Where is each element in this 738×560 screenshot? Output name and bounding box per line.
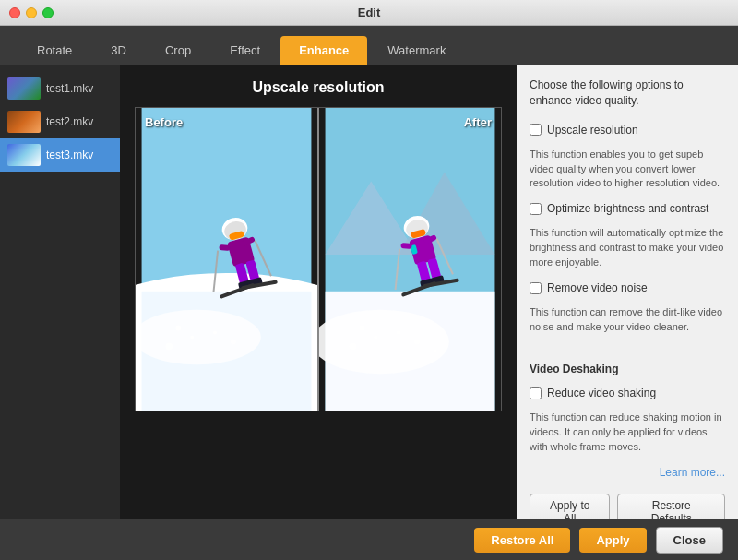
upscale-option: Upscale resolution — [530, 124, 725, 137]
upscale-checkbox[interactable] — [530, 124, 542, 136]
bottom-bar: Restore All Apply Close — [0, 519, 738, 560]
minimize-button[interactable] — [26, 7, 37, 18]
tab-watermark[interactable]: Watermark — [369, 36, 464, 65]
tab-rotate[interactable]: Rotate — [18, 36, 90, 65]
preview-area: Upscale resolution Before — [120, 65, 517, 519]
sidebar-label-test3: test3.mkv — [46, 149, 93, 161]
svg-point-47 — [414, 339, 420, 344]
deshake-checkbox[interactable] — [530, 387, 542, 399]
restore-defaults-button[interactable]: Restore Defaults — [617, 494, 725, 519]
preview-title: Upscale resolution — [252, 79, 384, 96]
sidebar-label-test1: test1.mkv — [46, 82, 93, 95]
apply-to-all-button[interactable]: Apply to All — [530, 494, 610, 519]
right-panel: Choose the following options to enhance … — [517, 65, 738, 519]
upscale-label[interactable]: Upscale resolution — [547, 124, 638, 137]
upscale-description: This function enables you to get supeb v… — [530, 148, 725, 192]
after-image — [319, 108, 501, 411]
noise-description: This function can remove the dirt-like v… — [530, 305, 725, 335]
panel-intro: Choose the following options to enhance … — [530, 77, 725, 109]
window-title: Edit — [358, 6, 381, 19]
svg-point-20 — [165, 342, 173, 350]
tab-bar: Rotate 3D Crop Effect Enhance Watermark — [0, 26, 738, 65]
learn-more-link[interactable]: Learn more... — [530, 466, 725, 479]
deshaking-header: Video Deshaking — [530, 363, 725, 375]
maximize-button[interactable] — [42, 7, 54, 18]
svg-point-3 — [136, 310, 261, 365]
sidebar-label-test2: test2.mkv — [46, 115, 93, 128]
svg-point-21 — [213, 331, 217, 335]
tab-3d[interactable]: 3D — [92, 36, 145, 65]
brightness-description: This function will automatically optimiz… — [530, 226, 725, 270]
deshake-description: This function can reduce shaking motion … — [530, 411, 725, 455]
tab-effect[interactable]: Effect — [211, 36, 279, 65]
thumbnail-test1 — [7, 77, 41, 100]
preview-after: After — [319, 108, 501, 411]
deshake-option: Reduce video shaking — [530, 387, 725, 399]
preview-divider — [317, 108, 319, 411]
close-window-button[interactable] — [9, 7, 20, 18]
svg-point-45 — [349, 342, 356, 350]
panel-buttons: Apply to All Restore Defaults — [530, 486, 725, 519]
sidebar: test1.mkv test2.mkv test3.mkv — [0, 65, 120, 519]
brightness-option: Optimize brightness and contrast — [530, 202, 725, 215]
thumbnail-test2 — [7, 111, 41, 133]
sidebar-item-test3[interactable]: test3.mkv — [0, 138, 120, 172]
svg-point-44 — [374, 335, 377, 339]
sidebar-item-test2[interactable]: test2.mkv — [0, 105, 120, 138]
svg-point-48 — [434, 349, 437, 352]
noise-option: Remove video noise — [530, 281, 725, 294]
preview-before: Before — [136, 108, 317, 411]
before-label: Before — [145, 115, 183, 129]
svg-point-22 — [231, 339, 236, 344]
brightness-checkbox[interactable] — [530, 203, 542, 215]
noise-checkbox[interactable] — [530, 282, 542, 294]
svg-point-46 — [397, 331, 400, 335]
close-button[interactable]: Close — [656, 527, 723, 554]
sidebar-item-test1[interactable]: test1.mkv — [0, 72, 120, 105]
apply-button[interactable]: Apply — [579, 528, 646, 553]
titlebar: Edit — [0, 0, 738, 26]
preview-images: Before — [135, 107, 502, 411]
brightness-label[interactable]: Optimize brightness and contrast — [547, 202, 708, 215]
window-controls[interactable] — [9, 7, 54, 18]
after-label: After — [464, 115, 492, 129]
thumbnail-test3 — [7, 144, 41, 166]
deshake-label[interactable]: Reduce video shaking — [547, 387, 656, 399]
restore-all-button[interactable]: Restore All — [474, 528, 570, 553]
svg-point-18 — [175, 326, 181, 331]
tab-enhance[interactable]: Enhance — [280, 36, 367, 65]
svg-point-19 — [190, 335, 194, 339]
tab-crop[interactable]: Crop — [147, 36, 209, 65]
before-image — [136, 108, 317, 411]
main-content: test1.mkv test2.mkv test3.mkv Upscale re… — [0, 65, 738, 519]
noise-label[interactable]: Remove video noise — [547, 281, 648, 294]
svg-point-43 — [359, 326, 364, 331]
